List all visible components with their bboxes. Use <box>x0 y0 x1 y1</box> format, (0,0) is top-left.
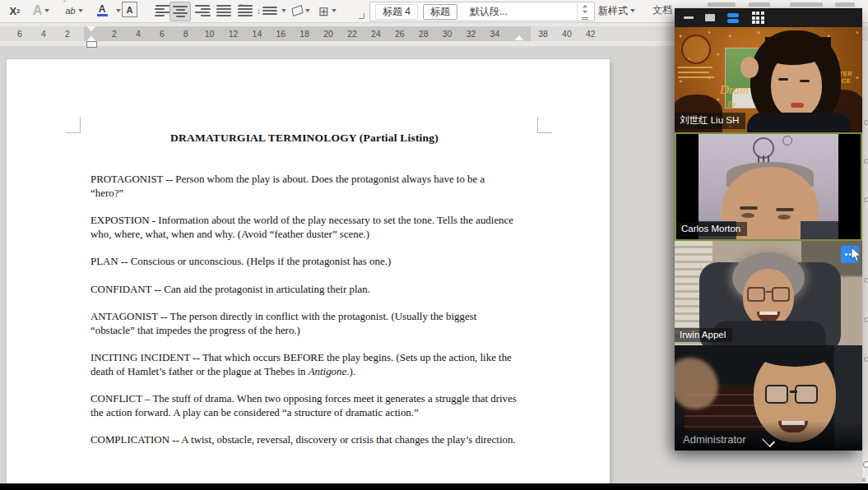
glasses <box>765 385 788 404</box>
restore-window-icon[interactable] <box>701 8 719 27</box>
participant-tile-carlos[interactable]: Carlos Morton <box>675 132 862 241</box>
ruler-number: 18 <box>299 29 309 39</box>
partial-sidebar-icon <box>864 278 868 283</box>
shading-bucket-icon[interactable] <box>290 2 313 20</box>
clipped-text-smudge <box>790 2 823 7</box>
first-line-indent-marker[interactable] <box>86 26 96 32</box>
align-left-icon[interactable] <box>155 2 171 20</box>
crop-mark <box>80 117 81 133</box>
subscript-x: X <box>9 5 16 17</box>
ruler-number: 2 <box>65 29 70 39</box>
pinyin-guide-icon[interactable]: ˇ ab <box>61 2 87 20</box>
next-page-icon[interactable]: » <box>860 478 868 481</box>
gallery-view-icon[interactable] <box>749 8 767 27</box>
ruler-number: 10 <box>205 29 215 39</box>
minimize-icon[interactable] <box>680 8 698 27</box>
ruler-number: 26 <box>395 29 405 39</box>
ruler-number: 40 <box>562 29 572 39</box>
right-indent-marker[interactable] <box>514 35 524 40</box>
speaker-view-icon[interactable] <box>724 8 742 27</box>
background-by-text: By <box>727 99 736 109</box>
mouse-cursor-icon <box>851 247 862 262</box>
participant-tile-irwin[interactable]: Irwin Appel <box>675 241 862 346</box>
partial-sidebar-icon <box>864 317 868 322</box>
justify-icon[interactable] <box>216 2 232 20</box>
clipped-text-smudge <box>835 2 855 7</box>
borders-icon[interactable]: ⊞ <box>316 2 339 20</box>
participant-name: Carlos Morton <box>676 222 747 236</box>
crop-mark <box>66 132 80 133</box>
clipped-text-smudge <box>749 2 770 7</box>
character-border-icon[interactable]: A <box>122 2 137 17</box>
ruler-number: 34 <box>490 29 500 39</box>
bottom-black-strip <box>0 483 868 490</box>
dropdown-caret-icon <box>44 9 49 12</box>
character-style-icon[interactable]: A <box>28 2 54 20</box>
document-title: DRAMATURGIAL TERMINOLOGY (Partial Listin… <box>91 132 518 145</box>
font-color-bar <box>97 14 108 16</box>
document-paragraph: PROTAGONIST -- Person whom the play is a… <box>91 173 518 200</box>
ruler-number: 42 <box>586 29 596 39</box>
ruler-number: 14 <box>253 29 262 39</box>
line-spacing-icon[interactable]: ↕ <box>257 2 286 20</box>
clipped-toolbar-label: 文档 <box>652 3 677 17</box>
dreamcatcher <box>753 137 774 159</box>
left-indent-box[interactable] <box>86 41 97 48</box>
ruler-number: 28 <box>419 29 429 39</box>
page-content: DRAMATURGIAL TERMINOLOGY (Partial Listin… <box>91 59 518 461</box>
ruler-number: 22 <box>347 29 357 39</box>
collapse-panel-chevron-icon[interactable] <box>761 434 776 444</box>
dropdown-caret-icon <box>78 9 83 12</box>
document-paragraph: EXPOSTION - Information about the world … <box>91 214 518 241</box>
style-heading4[interactable]: 标题 4 <box>375 4 418 20</box>
document-paragraph: COMPLICATION -- A twist, obstacle, rever… <box>91 433 518 447</box>
video-window-titlebar[interactable] <box>675 8 862 27</box>
partial-sidebar-icon <box>864 357 868 362</box>
document-paragraph: PLAN -- Conscious or unconscious. (Helps… <box>91 255 518 269</box>
partial-sidebar-icon <box>864 159 868 164</box>
align-right-icon[interactable] <box>194 2 211 20</box>
new-style-button[interactable]: 新样式 <box>598 2 635 20</box>
screen: X2 A ˇ ab A A ↔ ↕ ⊞ <box>0 0 868 490</box>
ruler-number: 32 <box>466 29 476 39</box>
ruler-number: 4 <box>136 29 141 39</box>
ruler-number: 24 <box>371 29 381 39</box>
ruler-number: 20 <box>323 29 333 39</box>
crop-mark <box>538 132 552 133</box>
partial-sidebar-icon <box>864 120 868 125</box>
style-title[interactable]: 标题 <box>423 4 457 20</box>
ruler-number: 16 <box>276 29 285 39</box>
ruler-number: 30 <box>443 29 453 39</box>
clipped-text-smudge <box>708 2 736 7</box>
document-paragraph: INCITING INCIDENT -- That which occurs B… <box>91 351 518 378</box>
browse-object-icon[interactable] <box>863 461 868 468</box>
font-color-dropdown[interactable] <box>112 2 122 20</box>
participant-name: Administrator <box>683 433 746 446</box>
subscript-icon[interactable]: X2 <box>5 2 25 20</box>
font-color-icon[interactable]: A <box>94 2 110 20</box>
align-center-icon[interactable] <box>169 2 191 21</box>
participant-tiles: THEATER / DANCE Dram By 刘世红 Liu SH <box>675 27 862 451</box>
document-paragraph: CONFIDANT -- Can aid the protagonist in … <box>91 283 518 297</box>
participant-tile-liu[interactable]: THEATER / DANCE Dram By 刘世红 Liu SH <box>675 27 862 132</box>
ruler-number: 12 <box>229 29 239 39</box>
hanging-indent-marker[interactable] <box>86 35 96 41</box>
ruler-number: 6 <box>17 29 22 39</box>
participant-name: Irwin Appel <box>675 328 732 342</box>
dialog-launcher-icon[interactable] <box>359 13 364 19</box>
document-paragraph: CONFLICT – The stuff of drama. When two … <box>91 392 518 419</box>
paragraphs: PROTAGONIST -- Person whom the play is a… <box>91 173 518 447</box>
video-conference-window: THEATER / DANCE Dram By 刘世红 Liu SH <box>675 8 862 451</box>
subscript-2: 2 <box>16 7 20 15</box>
participant-tile-administrator[interactable]: Administrator <box>675 345 862 451</box>
style-default-paragraph[interactable]: 默认段... <box>462 4 515 20</box>
ruler-number: 2 <box>112 29 117 39</box>
participant-name: 刘世红 Liu SH <box>675 113 745 129</box>
document-page[interactable]: DRAMATURGIAL TERMINOLOGY (Partial Listin… <box>7 59 610 483</box>
style-gallery-scroll[interactable] <box>577 3 592 20</box>
crop-mark <box>537 117 538 133</box>
distribute-icon[interactable]: ↔ <box>237 2 253 20</box>
style-gallery: 标题 4 标题 默认段... <box>369 2 595 21</box>
glasses <box>747 287 765 302</box>
document-paragraph: ANTAGONIST -- The person directly in con… <box>91 310 518 337</box>
